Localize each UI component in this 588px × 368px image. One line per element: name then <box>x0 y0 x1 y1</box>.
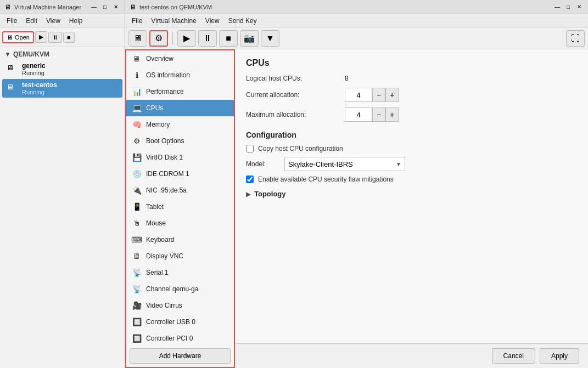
vm-pause-btn[interactable]: ⏸ <box>48 32 62 43</box>
nav-icon-performance: 📊 <box>132 87 142 97</box>
current-alloc-plus-btn[interactable]: + <box>385 88 399 102</box>
security-checkbox[interactable] <box>246 175 254 183</box>
nav-label-mouse: Mouse <box>146 219 166 227</box>
nav-icon-ide-cdrom: 💿 <box>132 169 142 179</box>
max-alloc-plus-btn[interactable]: + <box>385 107 399 122</box>
nav-label-overview: Overview <box>146 55 173 63</box>
kvm-maximize-btn[interactable]: □ <box>564 3 573 12</box>
vm-item-generic[interactable]: 🖥 generic Running <box>2 60 122 78</box>
vm-name-generic: generic <box>22 62 46 70</box>
current-alloc-minus-btn[interactable]: − <box>372 88 385 102</box>
max-alloc-input[interactable] <box>345 107 372 122</box>
nav-label-memory: Memory <box>146 121 170 128</box>
nav-item-boot-options[interactable]: ⚙ Boot Options <box>126 133 234 149</box>
nav-icon-display-vnc: 🖥 <box>132 251 142 261</box>
max-alloc-minus-btn[interactable]: − <box>372 107 385 122</box>
vm-item-test-centos[interactable]: 🖥 test-centos Running <box>2 79 122 98</box>
nav-item-memory[interactable]: 🧠 Memory <box>126 116 234 133</box>
nav-item-ctrl-usb[interactable]: 🔲 Controller USB 0 <box>126 314 234 330</box>
kvm-play-btn[interactable]: ▶ <box>177 30 196 47</box>
nav-item-serial1[interactable]: 📡 Serial 1 <box>126 264 234 281</box>
vm-menu-edit[interactable]: Edit <box>21 16 42 26</box>
current-alloc-input[interactable] <box>345 88 372 102</box>
kvm-minimize-btn[interactable]: — <box>553 3 562 12</box>
kvm-dropdown-btn[interactable]: ▼ <box>261 30 279 47</box>
topology-row[interactable]: ▶ Topology <box>246 190 577 198</box>
vm-manager-title-left: 🖥 Virtual Machine Manager <box>4 3 81 11</box>
nav-item-mouse[interactable]: 🖱 Mouse <box>126 215 234 231</box>
kvm-window: 🖥 test-centos on QEMU/KVM — □ ✕ File Vir… <box>125 0 588 368</box>
vm-group-header[interactable]: ▼ QEMU/KVM <box>2 49 122 59</box>
vm-menu-view[interactable]: View <box>42 16 65 26</box>
nav-icon-ctrl-pci: 🔲 <box>132 333 142 343</box>
nav-item-keyboard[interactable]: ⌨ Keyboard <box>126 231 234 248</box>
nav-item-cpus[interactable]: 💻 CPUs <box>126 100 234 116</box>
play-icon: ▶ <box>39 33 43 41</box>
vm-name-centos: test-centos <box>22 81 57 89</box>
open-label: Open <box>15 34 30 41</box>
kvm-menu-vm[interactable]: Virtual Machine <box>147 16 201 26</box>
kvm-pause-btn[interactable]: ⏸ <box>198 30 217 47</box>
vm-menu-file[interactable]: File <box>2 16 21 26</box>
nav-icon-tablet: 📱 <box>132 202 142 212</box>
nav-item-ctrl-pci[interactable]: 🔲 Controller PCI 0 <box>126 330 234 345</box>
monitor-icon: 🖥 <box>7 34 13 41</box>
kvm-close-btn[interactable]: ✕ <box>575 3 584 12</box>
nav-item-tablet[interactable]: 📱 Tablet <box>126 199 234 215</box>
kvm-content: 🖥 Overview ℹ OS information 📊 Performanc… <box>125 49 588 368</box>
nav-item-os-info[interactable]: ℹ OS information <box>126 67 234 83</box>
nav-item-performance[interactable]: 📊 Performance <box>126 83 234 100</box>
logical-cpu-row: Logical host CPUs: 8 <box>246 75 577 82</box>
vm-play-btn[interactable]: ▶ <box>35 31 47 43</box>
kvm-menu-view[interactable]: View <box>201 16 224 26</box>
vm-status-centos: Running <box>22 89 57 95</box>
apply-button[interactable]: Apply <box>540 348 579 364</box>
cancel-button[interactable]: Cancel <box>492 348 535 364</box>
nav-label-ctrl-usb: Controller USB 0 <box>146 318 195 326</box>
current-alloc-row: Current allocation: − + <box>246 88 577 102</box>
kvm-title-bar: 🖥 test-centos on QEMU/KVM — □ ✕ <box>125 0 588 14</box>
vm-menu-help[interactable]: Help <box>65 16 87 26</box>
config-and-footer: CPUs Logical host CPUs: 8 Current alloca… <box>235 49 588 368</box>
kvm-menu-file[interactable]: File <box>127 16 147 26</box>
kvm-title-controls: — □ ✕ <box>553 3 584 12</box>
nav-label-serial: Serial 1 <box>146 269 169 276</box>
nav-label-cpus: CPUs <box>146 104 163 112</box>
vm-stop-btn[interactable]: ■ <box>63 32 75 43</box>
nav-label-ctrl-pci: Controller PCI 0 <box>146 335 193 342</box>
copy-host-checkbox[interactable] <box>246 145 254 152</box>
vm-open-button[interactable]: 🖥 Open <box>2 31 34 43</box>
vm-manager-minimize-btn[interactable]: — <box>89 3 98 12</box>
kvm-menu-sendkey[interactable]: Send Key <box>224 16 261 26</box>
kvm-stop-btn[interactable]: ■ <box>219 30 238 47</box>
vm-manager-close-btn[interactable]: ✕ <box>111 3 120 12</box>
vm-status-generic: Running <box>22 70 46 76</box>
nav-icon-overview: 🖥 <box>132 54 142 64</box>
kvm-footer: Cancel Apply <box>235 343 588 368</box>
nav-label-tablet: Tablet <box>146 203 164 211</box>
kvm-config-btn[interactable]: ⚙ <box>149 30 168 47</box>
kvm-snapshot-btn[interactable]: 📷 <box>240 30 259 47</box>
vm-manager-icon: 🖥 <box>4 3 11 11</box>
logical-cpu-value: 8 <box>345 75 349 82</box>
nav-item-overview[interactable]: 🖥 Overview <box>126 50 234 67</box>
nav-item-display-vnc[interactable]: 🖥 Display VNC <box>126 248 234 264</box>
kvm-screen-btn[interactable]: 🖥 <box>128 30 147 47</box>
nav-icon-os-info: ℹ <box>132 70 142 80</box>
vm-manager-maximize-btn[interactable]: □ <box>100 3 109 12</box>
nav-item-channel-qemu[interactable]: 📡 Channel qemu-ga <box>126 281 234 297</box>
vm-info-centos: test-centos Running <box>22 81 57 95</box>
model-dropdown[interactable]: Skylake-Client-IBRS ▼ <box>284 157 405 171</box>
nav-item-nic[interactable]: 🔌 NIC :95:de:5a <box>126 182 234 199</box>
nav-item-video-cirrus[interactable]: 🎥 Video Cirrus <box>126 297 234 314</box>
nav-item-virtio-disk[interactable]: 💾 VirtIO Disk 1 <box>126 149 234 166</box>
nav-icon-cpus: 💻 <box>132 103 142 113</box>
main-area: 🖥 Virtual Machine Manager — □ ✕ File Edi… <box>0 0 588 368</box>
kvm-config-panel: CPUs Logical host CPUs: 8 Current alloca… <box>235 49 588 343</box>
nav-item-ide-cdrom[interactable]: 💿 IDE CDROM 1 <box>126 166 234 182</box>
model-value: Skylake-Client-IBRS <box>288 160 353 168</box>
nav-icon-memory: 🧠 <box>132 120 142 129</box>
add-hardware-button[interactable]: Add Hardware <box>130 348 231 364</box>
vm-manager-toolbar: 🖥 Open ▶ ⏸ ■ <box>0 27 125 47</box>
kvm-fullscreen-btn[interactable]: ⛶ <box>566 30 585 47</box>
